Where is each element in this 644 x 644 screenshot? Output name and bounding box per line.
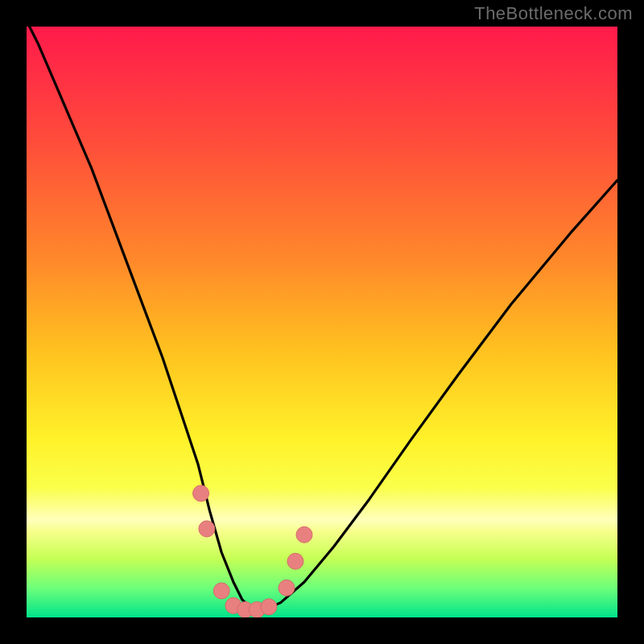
bottleneck-chart	[0, 0, 644, 644]
curve-marker	[287, 553, 303, 569]
curve-marker	[279, 580, 295, 596]
chart-frame: TheBottleneck.com	[0, 0, 644, 644]
watermark-text: TheBottleneck.com	[474, 3, 633, 24]
plot-background	[27, 27, 617, 617]
curve-marker	[261, 599, 277, 615]
curve-marker	[199, 521, 215, 537]
curve-marker	[296, 526, 312, 543]
curve-marker	[213, 583, 229, 599]
curve-marker	[193, 485, 209, 502]
